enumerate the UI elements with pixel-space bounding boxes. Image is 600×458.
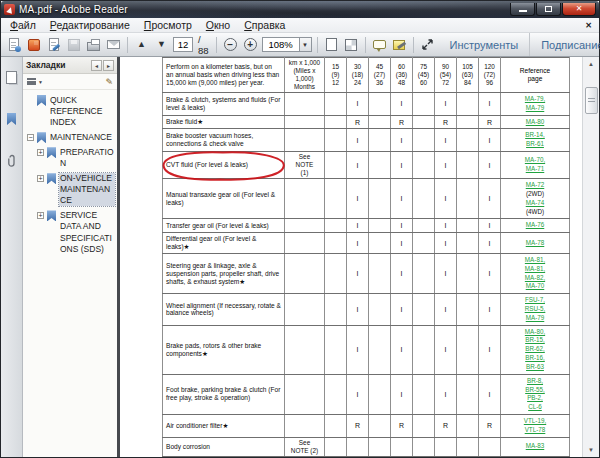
reference-page-link[interactable]: MA-74 [502, 199, 568, 208]
bookmarks-icon[interactable] [3, 109, 21, 129]
reference-page-link[interactable]: BR-62, [502, 345, 568, 354]
zoom-level-select[interactable]: 108% ▼ [262, 37, 312, 52]
reference-page-link[interactable]: BR-15, [502, 336, 568, 345]
schedule-mark-cell [369, 325, 391, 374]
menu-item[interactable]: Справка [237, 19, 292, 31]
reference-page-link[interactable]: MA-78 [502, 239, 568, 248]
highlight-icon[interactable] [391, 36, 408, 54]
bookmark-options-button[interactable]: ▼ [27, 78, 43, 85]
bookmark-expander[interactable]: + [37, 149, 44, 156]
menubar-close-icon[interactable]: ✕ [585, 21, 592, 30]
page-fit-icon[interactable] [343, 36, 360, 54]
reference-page-link[interactable]: BR-63 [502, 363, 568, 372]
table-row: Air conditioner filter★RRRRVTL-19,VTL-78 [163, 414, 570, 437]
menu-item[interactable]: Редактирование [43, 19, 137, 31]
maintenance-table: Perform on a kilometer basis, but on an … [162, 57, 570, 457]
reference-page-link[interactable]: RSU-5, [502, 305, 568, 314]
schedule-mark-cell: I [347, 219, 369, 233]
bookmark-expander[interactable]: − [27, 134, 34, 141]
scroll-up-arrow[interactable]: ▲ [584, 57, 599, 71]
reference-page-link[interactable]: MA-80 [502, 118, 568, 127]
menu-item[interactable]: Окно [199, 19, 237, 31]
bookmarks-panel-header: Закладки ◂ ▸ [23, 57, 117, 74]
open-file-icon[interactable] [5, 36, 22, 54]
chevron-down-icon[interactable]: ▼ [300, 37, 312, 52]
scroll-down-arrow[interactable]: ▼ [584, 443, 599, 457]
panel-collapse-button[interactable]: ◂ [91, 60, 102, 71]
schedule-mark-cell: I [347, 93, 369, 116]
page-thumbnails-icon[interactable] [3, 67, 21, 87]
reference-page-link[interactable]: MA-83 [502, 442, 568, 451]
schedule-mark-cell [457, 233, 479, 254]
scrollbar-thumb[interactable] [585, 87, 598, 114]
toolbar-panel-tab[interactable]: Инструменты [439, 33, 530, 56]
create-pdf-icon[interactable] [25, 36, 42, 54]
reference-cell: MA-81,MA-81,MA-82,MA-70 [501, 253, 570, 293]
email-icon[interactable] [105, 36, 122, 54]
bookmark-item[interactable]: + SERVICE DATA AND SPECIFICATIONS (SDS) [37, 210, 115, 254]
reference-page-link[interactable]: MA-79 [502, 104, 568, 113]
reference-page-link[interactable]: MA-79, [502, 95, 568, 104]
zoom-in-button[interactable]: + [242, 36, 259, 54]
bookmark-expander[interactable]: + [37, 212, 44, 219]
maximize-button[interactable] [536, 3, 561, 16]
bookmark-item[interactable]: + PREPARATION [37, 147, 115, 169]
minimize-button[interactable] [510, 3, 535, 16]
bookmark-label: MAINTENANCE [49, 132, 113, 143]
reference-page-link[interactable]: BR-8, [502, 377, 568, 386]
reference-page-link[interactable]: BR-61 [502, 140, 568, 149]
reference-page-link[interactable]: MA-70 [502, 282, 568, 291]
reference-page-link[interactable]: MA-70, [502, 156, 568, 165]
save-icon[interactable] [65, 36, 82, 54]
schedule-mark-cell [457, 253, 479, 293]
reference-page-link[interactable]: PB-2, [502, 394, 568, 403]
comment-bubble-icon[interactable] [371, 36, 388, 54]
menu-item[interactable]: Просмотр [137, 19, 199, 31]
bookmark-expander[interactable]: + [37, 175, 44, 182]
toolbar-panel-tab[interactable]: Подписание [529, 33, 600, 56]
page-number-input[interactable] [173, 37, 193, 52]
reference-variant-label: (2WD) [502, 190, 568, 199]
reference-page-link[interactable]: MA-72 [502, 181, 568, 190]
edit-icon[interactable] [45, 36, 62, 54]
reference-cell: BR-8,BR-55,PB-2,CL-6 [501, 374, 570, 414]
table-row: CVT fluid (For level & leaks)See NOTE (1… [163, 152, 570, 179]
next-page-button[interactable]: ▼ [153, 36, 170, 54]
reference-page-link[interactable]: MA-79 [502, 314, 568, 323]
schedule-mark-cell [325, 374, 347, 414]
reference-page-link[interactable]: MA-81, [502, 265, 568, 274]
reference-page-link[interactable]: MA-81, [502, 256, 568, 265]
close-button[interactable]: ✕ [562, 3, 596, 16]
scroll-mode-icon[interactable] [323, 36, 340, 54]
print-icon[interactable] [85, 36, 102, 54]
maintenance-item-label: Wheel alignment (If necessary, rotate & … [163, 294, 285, 325]
fullscreen-icon[interactable] [419, 36, 436, 54]
reference-page-link[interactable]: MA-80, [502, 328, 568, 337]
bookmark-item[interactable]: − MAINTENANCE [27, 132, 115, 143]
reference-page-link[interactable]: MA-76 [502, 221, 568, 230]
reference-page-link[interactable]: FSU-7, [502, 296, 568, 305]
reference-page-link[interactable]: VTL-78 [502, 426, 568, 435]
vertical-scrollbar[interactable]: ▲ ▼ [582, 57, 599, 457]
bookmark-item[interactable]: + ON-VEHICLE MAINTENANCE [37, 173, 115, 206]
reference-page-link[interactable]: CL-6 [502, 403, 568, 412]
reference-page-link[interactable]: BR-16, [502, 354, 568, 363]
reference-page-link[interactable]: BR-14, [502, 131, 568, 140]
reference-page-link[interactable]: VTL-19, [502, 417, 568, 426]
schedule-mark-cell [413, 93, 435, 116]
reference-page-link[interactable]: MA-82, [502, 274, 568, 283]
schedule-note-cell [285, 179, 325, 219]
schedule-mark-cell: I [347, 294, 369, 325]
previous-page-button[interactable]: ▲ [133, 36, 150, 54]
attachments-icon[interactable] [3, 151, 21, 171]
schedule-mark-cell: R [391, 414, 413, 437]
schedule-mark-cell: I [435, 325, 457, 374]
panel-expand-button[interactable]: ▸ [103, 60, 114, 71]
reference-page-link[interactable]: BR-55, [502, 386, 568, 395]
menu-item[interactable]: Файл [3, 19, 43, 31]
schedule-mark-cell: I [347, 179, 369, 219]
zoom-out-button[interactable]: − [222, 36, 239, 54]
reference-page-link[interactable]: MA-71 [502, 165, 568, 174]
bookmark-item[interactable]: QUICK REFERENCE INDEX [27, 95, 115, 128]
new-bookmark-icon[interactable]: ✎ [105, 77, 113, 87]
